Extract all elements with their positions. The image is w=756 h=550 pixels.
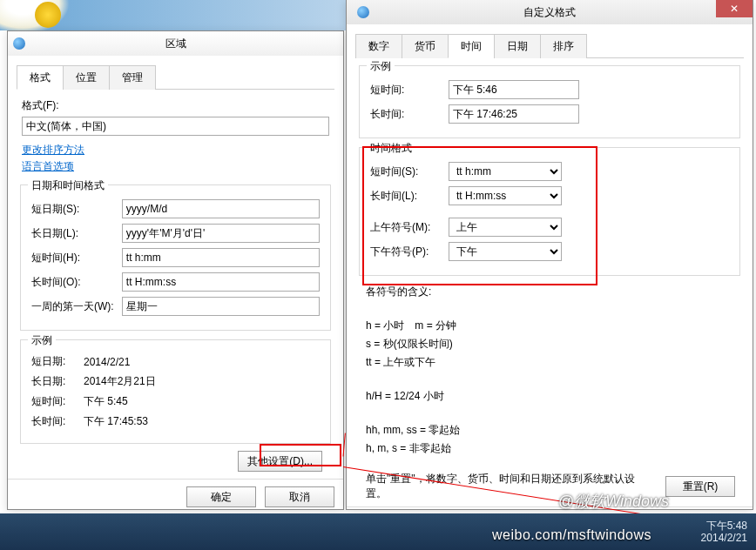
region-cancel-button[interactable]: 取消 [265, 486, 334, 507]
am-select[interactable]: 上午 [449, 218, 562, 237]
c-st-l: 短时间: [370, 83, 449, 97]
shorttime-select[interactable]: tt h:mm [449, 162, 562, 181]
longtime-label: 长时间(O): [31, 275, 122, 290]
region-tabs: 格式 位置 管理 [17, 64, 334, 90]
c-lt-l: 长时间: [370, 107, 449, 122]
custom-titlebar[interactable]: 自定义格式 ✕ [347, 0, 753, 24]
fmt-am-l: 上午符号(M): [370, 220, 449, 235]
symbols-help: 各符号的含义: h = 小时 m = 分钟 s = 秒(仅限长时间) tt = … [355, 276, 744, 456]
firstday-input[interactable] [122, 297, 320, 316]
region-ok-button[interactable]: 确定 [186, 486, 256, 507]
tab-location[interactable]: 位置 [63, 65, 110, 90]
longdate-label: 长日期(L): [31, 226, 122, 241]
shorttime-input[interactable] [122, 248, 320, 267]
shortdate-label: 短日期(S): [31, 202, 122, 217]
fmt-pm-l: 下午符号(P): [370, 245, 449, 259]
sample-lt-l: 长时间: [31, 414, 84, 429]
time-format-title: 时间格式 [367, 141, 415, 156]
watermark-url: weibo.com/msftwindows [492, 527, 651, 543]
sample-st-l: 短时间: [31, 394, 84, 409]
format-select[interactable] [22, 117, 329, 136]
tab-sort[interactable]: 排序 [540, 34, 587, 58]
sample-sd-l: 短日期: [31, 354, 84, 369]
sample-ld-v: 2014年2月21日 [84, 374, 156, 389]
link-change-sort[interactable]: 更改排序方法 [22, 143, 329, 158]
tab-time[interactable]: 时间 [448, 34, 495, 58]
watermark-handle: @微软Windows [558, 491, 669, 512]
region-dialog: 区域 格式 位置 管理 格式(F): 更改排序方法 语言首选项 日期和时间格式 … [7, 30, 344, 510]
tab-format[interactable]: 格式 [17, 65, 64, 90]
datetime-group-title: 日期和时间格式 [28, 178, 108, 193]
close-icon: ✕ [730, 3, 739, 15]
longdate-input[interactable] [122, 224, 320, 243]
shortdate-input[interactable] [122, 199, 320, 218]
other-settings-button[interactable]: 其他设置(D)... [238, 451, 322, 472]
sample-group-title: 示例 [28, 333, 56, 348]
sample-lt-v: 下午 17:45:53 [84, 414, 148, 429]
close-button[interactable]: ✕ [716, 0, 753, 17]
shorttime-label: 短时间(H): [31, 251, 122, 265]
c-st-v [449, 80, 579, 99]
sample-ld-l: 长日期: [31, 374, 84, 389]
link-language-prefs[interactable]: 语言首选项 [22, 159, 329, 174]
c-lt-v [449, 104, 579, 124]
custom-format-dialog: 自定义格式 ✕ 数字 货币 时间 日期 排序 示例 短时间: 长时间: 时间格式… [346, 0, 753, 510]
fmt-st-l: 短时间(S): [370, 164, 449, 179]
pm-select[interactable]: 下午 [449, 242, 562, 261]
custom-title: 自定义格式 [347, 5, 753, 20]
custom-tabs: 数字 货币 时间 日期 排序 [355, 33, 744, 58]
fmt-lt-l: 长时间(L): [370, 189, 449, 204]
reset-button[interactable]: 重置(R) [665, 476, 735, 497]
region-titlebar[interactable]: 区域 [8, 31, 343, 56]
tab-date[interactable]: 日期 [494, 34, 541, 58]
sample-st-v: 下午 5:45 [84, 394, 128, 409]
format-label: 格式(F): [22, 98, 329, 113]
longtime-input[interactable] [122, 272, 320, 292]
region-title: 区域 [8, 37, 343, 51]
sample-sd-v: 2014/2/21 [84, 356, 130, 368]
custom-sample-title: 示例 [367, 59, 395, 74]
tab-currency[interactable]: 货币 [402, 34, 449, 58]
firstday-label: 一周的第一天(W): [31, 299, 122, 314]
tab-admin[interactable]: 管理 [109, 65, 156, 90]
longtime-select[interactable]: tt H:mm:ss [449, 186, 562, 205]
taskbar-clock[interactable]: 下午5:48 2014/2/21 [701, 520, 747, 544]
tab-number[interactable]: 数字 [355, 34, 402, 58]
